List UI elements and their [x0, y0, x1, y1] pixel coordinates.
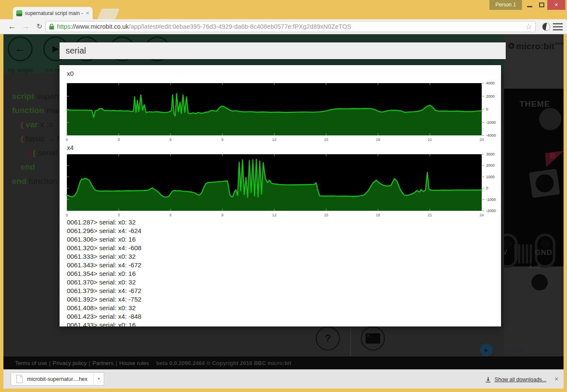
svg-text:0: 0	[486, 107, 488, 111]
extension-icon[interactable]	[542, 23, 550, 31]
microbit-logo-icon	[508, 43, 514, 49]
serial-log-line: 0061.343> serial: x4: -672	[67, 261, 499, 269]
serial-chart-x0: 03691215182124400020000-2000-4000	[67, 83, 501, 143]
chart-label-x4: x4	[67, 144, 74, 151]
svg-text:9: 9	[221, 213, 223, 217]
https-lock-icon	[49, 24, 54, 30]
back-button[interactable]: ←	[6, 21, 18, 33]
serial-log-line: 0061.287> serial: x0: 32	[67, 218, 499, 227]
profile-badge[interactable]: Person 1	[489, 0, 522, 10]
svg-text:3: 3	[117, 213, 120, 217]
show-all-downloads[interactable]: Show all downloads...	[485, 370, 546, 389]
serial-log-line: 0061.370> serial: x0: 32	[67, 278, 499, 287]
serial-modal-body: x0 03691215182124400020000-2000-4000 x4 …	[60, 65, 501, 326]
svg-text:24: 24	[480, 138, 484, 142]
svg-text:15: 15	[324, 138, 328, 142]
svg-text:0: 0	[66, 213, 68, 217]
svg-text:-2000: -2000	[486, 209, 496, 213]
menu-icon[interactable]	[553, 23, 563, 30]
svg-text:9: 9	[221, 138, 223, 142]
footer-separator: |	[49, 360, 50, 366]
svg-text:2000: 2000	[486, 94, 495, 99]
footer-link: House rules	[119, 360, 149, 366]
terminal-icon: >_	[366, 333, 380, 344]
svg-text:18: 18	[376, 138, 380, 142]
svg-text:15: 15	[324, 213, 328, 217]
tab-title: supernatural script main -	[25, 10, 84, 16]
page-content: ← ▶ my scripts run main script supernatf…	[3, 34, 564, 369]
tab-favicon-icon	[16, 10, 22, 16]
help-button: ?	[316, 326, 340, 350]
svg-text:0: 0	[66, 138, 68, 142]
reload-button[interactable]: ↻	[33, 21, 45, 33]
new-tab-button[interactable]	[97, 9, 120, 19]
svg-text:2000: 2000	[486, 163, 495, 168]
file-icon	[16, 375, 23, 383]
ab-label: A+B	[529, 264, 541, 270]
button-b-icon	[534, 173, 555, 193]
show-all-downloads-link[interactable]: Show all downloads...	[495, 377, 546, 383]
download-icon	[485, 377, 491, 383]
url-scheme: https	[57, 23, 70, 30]
download-bar: microbit-supernatur....hex ▾ Show all do…	[3, 369, 564, 389]
url-bar[interactable]: https://www.microbit.co.uk/app/latest#ed…	[45, 21, 536, 32]
footer-link: Terms of use	[15, 360, 47, 366]
footer-link: Partners	[93, 360, 114, 366]
button-b-flag: B	[545, 151, 564, 167]
microbit-logo: micro:bit BETA	[508, 41, 564, 51]
window-close-button[interactable]: ×	[547, 0, 565, 10]
serial-log-line: 0061.296> serial: x4: -624	[67, 227, 499, 235]
serial-log-line: 0061.320> serial: x4: -608	[67, 244, 499, 252]
serial-log-line: 0061.333> serial: x0: 32	[67, 252, 499, 261]
svg-text:12: 12	[272, 213, 276, 217]
touchdevelop-icon: ▶	[480, 344, 493, 356]
forward-button[interactable]: →	[20, 21, 32, 33]
url-host: ://www.microbit.co.uk	[70, 23, 129, 30]
svg-text:3: 3	[117, 138, 120, 142]
svg-text:1000: 1000	[486, 175, 495, 179]
footer-link: Privacy policy	[53, 360, 87, 366]
svg-text:-1000: -1000	[486, 197, 496, 202]
footer-links: Terms of use|Privacy policy|Partners|Hou…	[15, 360, 151, 366]
serial-modal-title: serial	[60, 42, 506, 59]
footer-version: beta 0.0.2090.2464 © Copyright 2016 BBC …	[156, 360, 291, 366]
svg-text:21: 21	[428, 138, 432, 142]
download-menu-arrow-icon[interactable]: ▾	[93, 372, 104, 386]
browser-toolbar: ← → ↻ https://www.microbit.co.uk/app/lat…	[0, 19, 567, 34]
serial-log-line: 0061.392> serial: x4: -752	[67, 295, 499, 304]
ab-button	[531, 274, 548, 290]
serial-log-line: 0061.408> serial: x0: 32	[67, 304, 499, 312]
simulator-panel: micro:bit BETA THEME B 3V GND A+B	[504, 34, 564, 369]
svg-text:21: 21	[428, 213, 432, 217]
svg-text:4000: 4000	[486, 81, 495, 85]
page-footer: Terms of use|Privacy policy|Partners|Hou…	[3, 356, 564, 369]
button-b	[529, 169, 560, 198]
browser-tab[interactable]: supernatural script main - ×	[13, 7, 93, 19]
my-scripts-label: my scripts	[8, 67, 33, 73]
svg-text:6: 6	[169, 138, 171, 142]
theme-swatch	[539, 108, 561, 130]
download-filename: microbit-supernatur....hex	[27, 376, 93, 382]
svg-text:24: 24	[480, 213, 484, 217]
serial-log-line: 0061.423> serial: x4: -848	[67, 312, 499, 321]
serial-chart-x4: 036912151821243000200010000-1000-2000	[67, 154, 501, 218]
svg-text:-4000: -4000	[486, 133, 496, 138]
tab-close-icon[interactable]: ×	[86, 10, 89, 16]
theme-label: THEME	[519, 99, 550, 109]
browser-window: supernatural script main - × Person 1 × …	[0, 0, 567, 392]
maximize-icon	[539, 3, 544, 7]
minimize-icon	[527, 6, 532, 7]
svg-text:3000: 3000	[486, 152, 495, 156]
terminal-button: >_	[361, 326, 385, 350]
download-bar-close-icon[interactable]: ×	[555, 375, 558, 383]
svg-text:6: 6	[169, 213, 171, 217]
download-item[interactable]: microbit-supernatur....hex ▾	[11, 372, 104, 386]
serial-log-line: 0061.433> serial: x0: 16	[67, 321, 499, 326]
svg-text:12: 12	[272, 138, 276, 142]
minimize-button[interactable]	[524, 0, 536, 10]
chart-label-x0: x0	[67, 70, 74, 77]
bookmark-star-icon[interactable]: ☆	[525, 23, 532, 30]
maximize-button[interactable]	[536, 0, 548, 10]
footer-separator: |	[116, 360, 117, 366]
footer-separator: |	[89, 360, 90, 366]
